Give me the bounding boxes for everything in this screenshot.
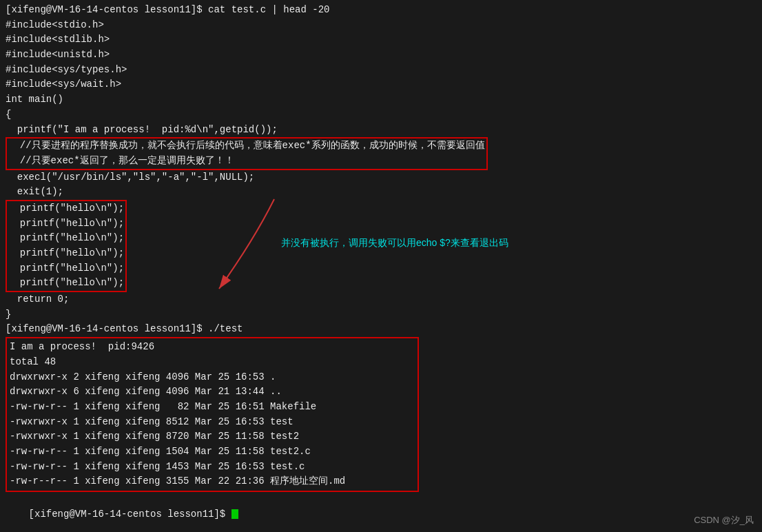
code-line-5: #include<sys/wait.h> (6, 77, 756, 92)
output-line-6: -rwxrwxr-x 1 xifeng xifeng 8512 Mar 25 1… (10, 415, 415, 430)
code-line-6: int main() (6, 92, 756, 108)
output-line-5: -rw-rw-r-- 1 xifeng xifeng 82 Mar 25 16:… (10, 400, 415, 415)
csdn-watermark: CSDN @汐_风 (694, 514, 754, 526)
prompt-line-1: [xifeng@VM-16-14-centos lesson11]$ cat t… (6, 3, 756, 18)
output-line-2: total 48 (10, 355, 415, 370)
output-line-3: drwxrwxr-x 2 xifeng xifeng 4096 Mar 25 1… (10, 370, 415, 385)
output-line-10: -rw-r--r-- 1 xifeng xifeng 3155 Mar 22 2… (10, 474, 415, 489)
printf-line-4: printf("hello\n"); (8, 246, 124, 261)
output-line-8: -rw-rw-r-- 1 xifeng xifeng 1504 Mar 25 1… (10, 444, 415, 460)
output-line-9: -rw-rw-r-- 1 xifeng xifeng 1453 Mar 25 1… (10, 460, 415, 475)
final-prompt-text: [xifeng@VM-16-14-centos lesson11]$ (29, 509, 231, 520)
terminal: [xifeng@VM-16-14-centos lesson11]$ cat t… (0, 0, 762, 532)
printf-line-5: printf("hello\n"); (8, 261, 124, 276)
output-line-7: -rwxrwxr-x 1 xifeng xifeng 8720 Mar 25 1… (10, 429, 415, 444)
code-line-execl: execl("/usr/bin/ls","ls","-a","-l",NULL)… (6, 170, 756, 185)
comment-line-2: //只要exec*返回了，那么一定是调用失败了！！ (8, 154, 485, 169)
code-line-8: printf("I am a process! pid:%d\n",getpid… (6, 123, 756, 138)
code-line-brace: } (6, 307, 756, 323)
prompt-line-2: [xifeng@VM-16-14-centos lesson11]$ ./tes… (6, 322, 756, 337)
printf-line-6: printf("hello\n"); (8, 276, 124, 291)
code-line-7: { (6, 108, 756, 123)
annotation-text: 并没有被执行，调用失败可以用echo $?来查看退出码 (281, 237, 508, 249)
arrow-svg (164, 185, 302, 296)
code-line-exit: exit(1); (6, 185, 756, 200)
code-line-2: #include<stdlib.h> (6, 32, 756, 48)
output-line-4: drwxrwxr-x 6 xifeng xifeng 4096 Mar 21 1… (10, 385, 415, 400)
prompt-line-3: [xifeng@VM-16-14-centos lesson11]$ (6, 492, 756, 532)
output-line-1: I am a process! pid:9426 (10, 340, 415, 355)
code-line-3: #include<unistd.h> (6, 48, 756, 63)
code-line-4: #include<sys/types.h> (6, 63, 756, 78)
printf-line-1: printf("hello\n"); (8, 201, 124, 216)
code-line-1: #include<stdio.h> (6, 18, 756, 33)
red-box-printf: printf("hello\n"); printf("hello\n"); pr… (6, 200, 127, 292)
code-line-return: return 0; (6, 292, 756, 307)
comment-line-1: //只要进程的程序替换成功，就不会执行后续的代码，意味着exec*系列的函数，成… (8, 139, 485, 154)
red-box-output: I am a process! pid:9426 total 48 drwxrw… (6, 337, 419, 492)
printf-line-3: printf("hello\n"); (8, 231, 124, 246)
printf-line-2: printf("hello\n"); (8, 216, 124, 232)
cursor (231, 509, 238, 519)
red-box-comment: //只要进程的程序替换成功，就不会执行后续的代码，意味着exec*系列的函数，成… (6, 137, 488, 170)
